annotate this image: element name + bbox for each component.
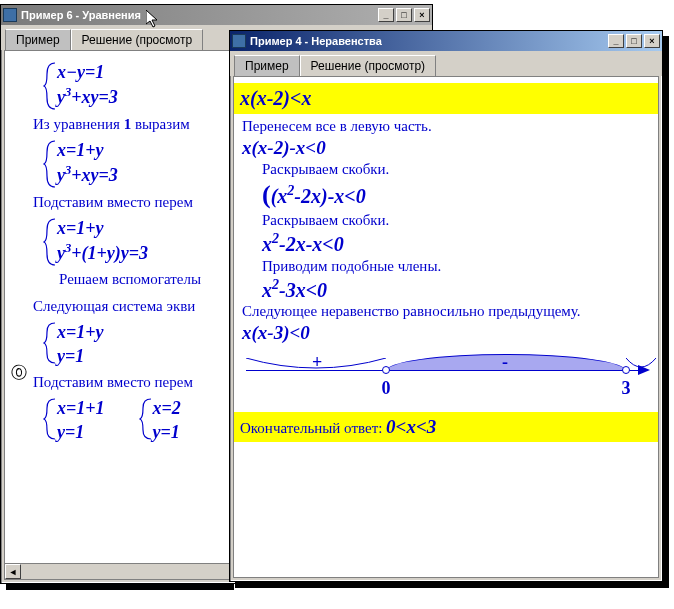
equation: x(x-2)-x<0 [242, 137, 650, 159]
eq-row: y=1 [57, 345, 104, 368]
problem-statement: x(x-2)<x [234, 83, 658, 114]
app-icon [3, 8, 17, 22]
tab-solution[interactable]: Решение (просмотр [71, 29, 203, 50]
tab-example[interactable]: Пример [234, 55, 300, 76]
tab-bar: Пример Решение (просмотр) [230, 51, 662, 76]
eq-row: x=1+y [57, 217, 148, 240]
equation: x2-2x-x<0 [242, 231, 650, 256]
window-buttons: _ □ × [378, 8, 430, 22]
scroll-left-button[interactable]: ◄ [5, 564, 21, 579]
close-button[interactable]: × [644, 34, 660, 48]
eq-row: x=1+1 [57, 397, 105, 420]
step-text: Раскрываем скобки. [242, 212, 650, 229]
shadow [6, 584, 234, 590]
tab-example[interactable]: Пример [5, 29, 71, 50]
equation-system-2: x=1+y y3+xy=3 [43, 139, 118, 188]
eq-row: x=2 [153, 397, 181, 420]
equation-system-3: x=1+y y3+(1+y)y=3 [43, 217, 148, 266]
shadow [663, 36, 669, 588]
step-text: Приводим подобные члены. [242, 258, 650, 275]
minimize-button[interactable]: _ [378, 8, 394, 22]
equation: x(x-3)<0 [242, 322, 650, 344]
equation-system-6: x=2 y=1 [139, 397, 181, 444]
eq-row: y=1 [57, 421, 105, 444]
titlebar-equations[interactable]: Пример 6 - Уравнения _ □ × [1, 5, 432, 25]
tab-solution[interactable]: Решение (просмотр) [300, 55, 436, 76]
final-answer: Окончательный ответ: 0<x<3 [234, 412, 658, 442]
label-three: 3 [622, 378, 631, 399]
equation-system-1: x−y=1 y3+xy=3 [43, 61, 118, 110]
titlebar-inequalities[interactable]: Пример 4 - Неравенства _ □ × [230, 31, 662, 51]
tick-zero [382, 366, 390, 374]
maximize-button[interactable]: □ [626, 34, 642, 48]
sign-plus: + [312, 352, 322, 373]
scroll-area[interactable]: x(x-2)<x Перенесем все в левую часть. x(… [234, 77, 658, 577]
eq-row: y=1 [153, 421, 181, 444]
eq-row: y3+(1+y)y=3 [57, 240, 148, 265]
eq-row: y3+xy=3 [57, 84, 118, 109]
step-text: Следующее неравенство равносильно предыд… [242, 303, 650, 320]
label-zero: 0 [382, 378, 391, 399]
minimize-button[interactable]: _ [608, 34, 624, 48]
eq-row: x=1+y [57, 321, 104, 344]
window-title: Пример 6 - Уравнения [21, 9, 378, 21]
step-text: Раскрываем скобки. [242, 161, 650, 178]
eq-row: x−y=1 [57, 61, 118, 84]
content-inequalities: x(x-2)<x Перенесем все в левую часть. x(… [233, 76, 659, 578]
eq-row: x=1+y [57, 139, 118, 162]
step-text: Перенесем все в левую часть. [242, 118, 650, 135]
window-inequalities: Пример 4 - Неравенства _ □ × Пример Реше… [229, 30, 663, 582]
equation: x2-3x<0 [242, 277, 650, 302]
equation: ((x2-2x)-x<0 [242, 180, 650, 210]
tick-three [622, 366, 630, 374]
equation-system-4: x=1+y y=1 [43, 321, 104, 368]
app-icon [232, 34, 246, 48]
eq-row: y3+xy=3 [57, 162, 118, 187]
maximize-button[interactable]: □ [396, 8, 412, 22]
window-buttons: _ □ × [608, 34, 660, 48]
equation-system-5: x=1+1 y=1 [43, 397, 105, 444]
shadow [235, 582, 669, 588]
window-title: Пример 4 - Неравенства [250, 35, 608, 47]
number-line-chart: + - 0 3 [242, 350, 650, 406]
sign-minus: - [502, 352, 508, 373]
close-button[interactable]: × [414, 8, 430, 22]
